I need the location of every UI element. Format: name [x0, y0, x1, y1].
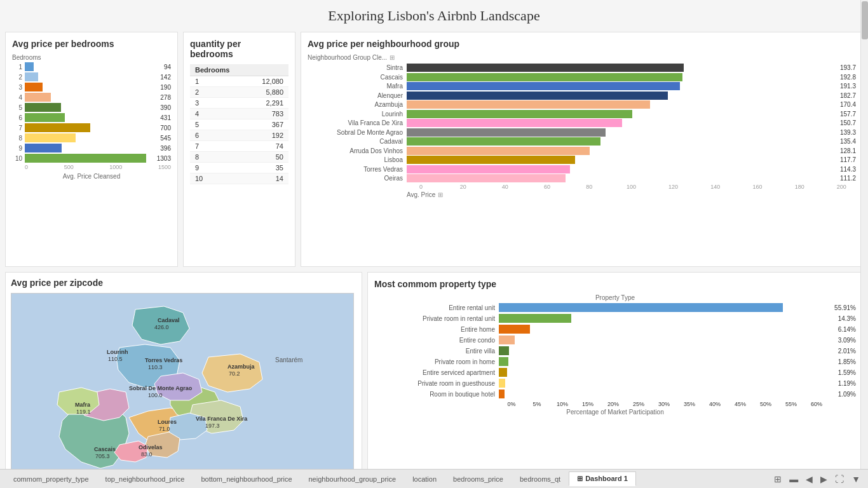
neighbourhood-label: Oeiras: [308, 175, 403, 182]
bedroom-bar-row: 1 94: [12, 62, 171, 71]
qty-bedroom: 9: [190, 163, 248, 173]
scrollbar-thumb[interactable]: [862, 1, 868, 39]
neighbourhood-x-tick: 100: [617, 184, 646, 190]
neighbourhood-value: 182.7: [840, 92, 856, 99]
qty-row: 4783: [190, 109, 288, 119]
property-legend: Property Type: [374, 294, 856, 301]
next-icon[interactable]: ▶: [818, 473, 830, 485]
property-title: Most commom property type: [374, 279, 856, 289]
expand-icon[interactable]: ⛶: [832, 473, 846, 485]
bar-value: 396: [160, 145, 171, 152]
property-bar-row: Private room in rental unit 14.3%: [374, 314, 856, 323]
property-label: Entire villa: [374, 348, 495, 355]
property-bar: [499, 336, 515, 344]
property-value: 1.19%: [838, 380, 856, 387]
property-bar-container: [499, 357, 836, 366]
bar-bedroom-label: 2: [12, 74, 22, 81]
bar-bedroom-label: 8: [12, 135, 22, 142]
bar-container: [25, 72, 158, 81]
property-bar-row: Room in boutique hotel 1.09%: [374, 390, 856, 398]
property-bar-row: Entire condo 3.09%: [374, 336, 856, 344]
neighbourhood-sort-icon[interactable]: ⊞: [438, 191, 443, 198]
svg-text:110.3: 110.3: [148, 364, 163, 370]
neighbourhood-bar-container: [407, 147, 838, 155]
svg-text:Cadaval: Cadaval: [158, 317, 180, 323]
property-label: Private room in rental unit: [374, 315, 495, 322]
property-bar-row: Entire serviced apartment 1.59%: [374, 368, 856, 377]
avg-price-bedrooms-panel: Avg price per bedrooms Bedrooms 1 94 2 1…: [5, 32, 178, 267]
bar-value: 94: [164, 64, 171, 71]
tab-item-location[interactable]: location: [404, 472, 445, 486]
svg-text:Santarém: Santarém: [275, 356, 302, 363]
property-x-tick: 60%: [804, 401, 829, 407]
qty-bedroom: 3: [190, 98, 248, 109]
property-value: 55.91%: [834, 304, 856, 311]
menu-icon[interactable]: ▼: [849, 473, 863, 485]
property-bar-container: [499, 325, 836, 334]
tab-icons: ⊞ ▬ ◀ ▶ ⛶ ▼: [771, 473, 863, 485]
neighbourhood-bar-container: [407, 82, 838, 90]
neighbourhood-value: 128.1: [840, 147, 856, 154]
svg-text:100.0: 100.0: [148, 392, 163, 398]
property-label: Private room in home: [374, 358, 495, 365]
bar-container: [25, 123, 158, 132]
property-x-tick: 40%: [702, 401, 728, 407]
qty-row: 935: [190, 163, 288, 173]
svg-text:Loures: Loures: [158, 419, 177, 425]
tab-item-commom_property_type[interactable]: commom_property_type: [5, 472, 97, 486]
neighbourhood-value: 150.7: [840, 119, 856, 126]
neighbourhood-x-tick: 160: [743, 184, 772, 190]
tab-item-neighbourhood_group_price[interactable]: neighbourhood_group_price: [301, 472, 405, 486]
tab-item-bottom_neighbourhood_price[interactable]: bottom_neighbourhood_price: [193, 472, 300, 486]
qty-row: 6192: [190, 130, 288, 141]
neighbourhood-value: 191.3: [840, 83, 856, 90]
property-label: Entire home: [374, 326, 495, 333]
neighbourhood-bar-row: Alenquer 182.7: [308, 92, 856, 100]
bar: [25, 144, 62, 152]
bar-container: [25, 62, 162, 71]
neighbourhood-bar: [407, 128, 606, 137]
qty-count: 367: [248, 119, 288, 130]
property-bar: [499, 314, 571, 323]
bar-value: 1303: [157, 155, 171, 162]
property-value: 1.59%: [838, 369, 856, 376]
tab-item-top_neighbourhood_price[interactable]: top_neighbourhood_price: [97, 472, 193, 486]
neighbourhood-x-tick: 20: [449, 184, 477, 190]
neighbourhood-group-panel: Avg price per neighbourhood group Neighb…: [301, 32, 863, 267]
map-container[interactable]: Santarém Cadaval 426.0 Lourinh 110.5 Aza…: [11, 293, 354, 488]
bar-container: [25, 154, 155, 163]
prev-icon[interactable]: ◀: [803, 473, 815, 485]
property-value: 6.14%: [838, 326, 856, 333]
neighbourhood-bar-container: [407, 128, 838, 137]
list-icon[interactable]: ▬: [787, 473, 801, 485]
qty-row: 25,880: [190, 87, 288, 98]
neighbourhood-bar: [407, 119, 622, 127]
neighbourhood-bar: [407, 82, 680, 90]
scrollbar[interactable]: [860, 0, 868, 469]
neighbourhood-bar-chart: Sintra 193.7 Cascais 192.8 Mafra 191.3 A…: [308, 64, 856, 182]
neighbourhood-bar-container: [407, 92, 838, 100]
bar-bedroom-label: 6: [12, 114, 22, 121]
property-bar-container: [499, 346, 836, 355]
neighbourhood-label: Lourinh: [308, 111, 403, 118]
tab-item-bedrooms_qt[interactable]: bedrooms_qt: [512, 472, 569, 486]
tab-item-bedrooms_price[interactable]: bedrooms_price: [445, 472, 512, 486]
neighbourhood-bar-row: Lourinh 157.7: [308, 110, 856, 118]
bar: [25, 72, 38, 81]
neighbourhood-bar-container: [407, 119, 838, 127]
grid-icon[interactable]: ⊞: [771, 473, 784, 485]
bar: [25, 133, 76, 142]
neighbourhood-bar-container: [407, 165, 838, 173]
neighbourhood-bar-row: Sintra 193.7: [308, 64, 856, 72]
neighbourhood-value: 114.3: [840, 166, 856, 173]
filter-icon[interactable]: ⊞: [390, 54, 395, 61]
qty-row: 112,080: [190, 76, 288, 87]
property-x-tick: 25%: [626, 401, 651, 407]
bar: [25, 103, 61, 112]
bar: [25, 113, 65, 122]
neighbourhood-bar-container: [407, 156, 838, 164]
tab-item-dashboard-1[interactable]: ⊞Dashboard 1: [569, 471, 636, 486]
property-label: Entire condo: [374, 337, 495, 344]
bedrooms-x-axis: 050010001500: [12, 164, 171, 170]
svg-text:Azambuja: Azambuja: [227, 363, 255, 370]
